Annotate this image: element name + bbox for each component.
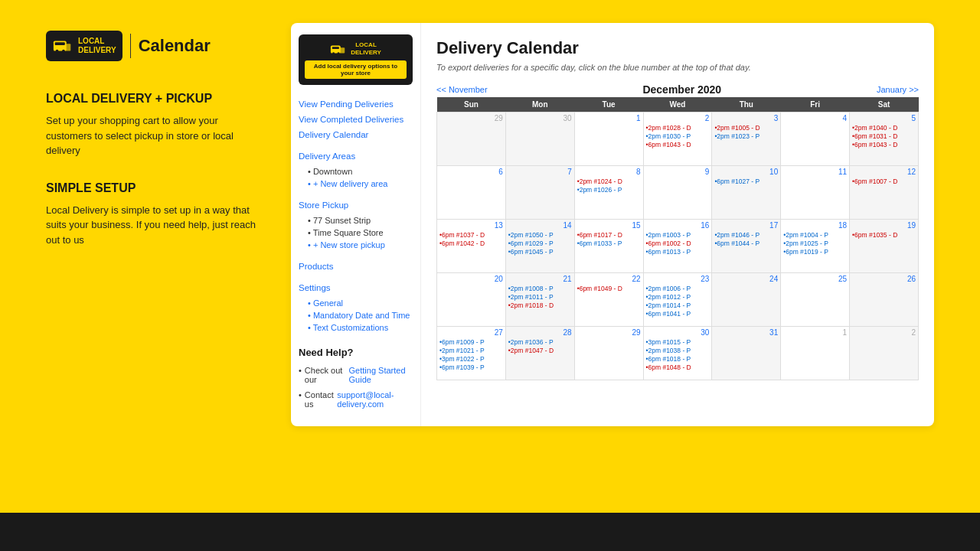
day-num[interactable]: 5 [852, 114, 916, 122]
day-nov30: 30 [505, 112, 574, 166]
logo-box: LOCALDELIVERY [46, 31, 122, 61]
day-num[interactable]: 24 [714, 275, 778, 283]
logo-icon [52, 35, 74, 57]
day-num[interactable]: 3 [714, 114, 778, 122]
section2-body: Local Delivery is simple to set up in a … [46, 203, 260, 248]
day-num[interactable]: 11 [783, 168, 847, 176]
settings-submenu: • General • Mandatory Date and Time • Te… [299, 297, 413, 334]
day-num[interactable]: 28 [508, 328, 572, 337]
day-num[interactable]: 29 [439, 114, 503, 122]
day-num[interactable]: 7 [508, 168, 572, 176]
day-dec8: 8 •2pm #1024 - D •2pm #1026 - P [574, 166, 643, 220]
need-help-title: Need Help? [291, 335, 420, 366]
support-email-link[interactable]: support@local-delivery.com [337, 390, 413, 409]
day-jan1: 1 [781, 327, 850, 380]
day-num[interactable]: 30 [646, 328, 710, 337]
day-num[interactable]: 10 [714, 168, 778, 176]
day-dec6: 6 [437, 166, 506, 220]
nav-store-pickup[interactable]: Store Pickup [299, 197, 413, 213]
col-mon: Mon [505, 97, 574, 112]
cal-event: •6pm #1027 - P [714, 178, 778, 185]
left-panel: LOCALDELIVERY Calendar LOCAL DELIVERY + … [46, 23, 260, 426]
cal-event: •6pm #1049 - D [577, 285, 641, 292]
day-num[interactable]: 26 [852, 275, 916, 283]
section2-title: SIMPLE SETUP [46, 181, 260, 195]
day-num[interactable]: 29 [577, 328, 641, 337]
svg-point-7 [332, 52, 335, 54]
day-num[interactable]: 1 [577, 114, 641, 122]
day-dec13: 13 •6pm #1037 - D •6pm #1042 - D [437, 220, 506, 273]
cal-event: •6pm #1037 - D [439, 231, 503, 239]
nav-products[interactable]: Products [299, 259, 413, 274]
nav-delivery-calendar[interactable]: Delivery Calendar [299, 127, 413, 142]
sidebar-add-btn[interactable]: Add local delivery options to your store [305, 60, 407, 79]
settings-general[interactable]: • General [308, 297, 413, 309]
day-num[interactable]: 20 [439, 275, 503, 283]
day-dec21: 21 •2pm #1008 - P •2pm #1011 - P •2pm #1… [505, 273, 574, 327]
day-num[interactable]: 17 [714, 221, 778, 230]
day-num[interactable]: 2 [646, 114, 710, 122]
day-num[interactable]: 21 [508, 275, 572, 283]
getting-started-link[interactable]: Getting Started Guide [349, 366, 413, 384]
day-dec15: 15 •6pm #1017 - D •6pm #1033 - P [574, 220, 643, 273]
day-num[interactable]: 25 [783, 275, 847, 283]
day-num[interactable]: 14 [508, 221, 572, 230]
day-dec5: 5 •2pm #1040 - D •6pm #1031 - D •6pm #10… [850, 112, 919, 166]
cal-event: •6pm #1035 - D [852, 231, 916, 239]
day-num[interactable]: 18 [783, 221, 847, 230]
svg-rect-6 [332, 47, 339, 49]
day-num[interactable]: 19 [852, 221, 916, 230]
svg-rect-5 [331, 45, 341, 53]
svg-rect-1 [55, 42, 65, 45]
calendar-panel: Delivery Calendar To export deliveries f… [421, 23, 934, 426]
day-dec30: 30 •3pm #1015 - P •2pm #1038 - P •6pm #1… [643, 327, 712, 380]
nav-settings[interactable]: Settings [299, 280, 413, 295]
table-row: 27 •6pm #1009 - P •2pm #1021 - P •3pm #1… [437, 327, 919, 380]
area-downtown: • Downtown [308, 165, 413, 178]
day-dec10: 10 •6pm #1027 - P [712, 166, 781, 220]
day-num[interactable]: 16 [646, 221, 710, 230]
calendar-nav: << November December 2020 January >> [436, 83, 919, 96]
cal-event: •6pm #1043 - D [646, 141, 710, 148]
svg-rect-4 [65, 44, 70, 51]
day-dec12: 12 •6pm #1007 - D [850, 166, 919, 220]
day-dec18: 18 •2pm #1004 - P •2pm #1025 - P •6pm #1… [781, 220, 850, 273]
day-num[interactable]: 2 [852, 328, 916, 337]
day-num[interactable]: 23 [646, 275, 710, 283]
area-new[interactable]: • + New delivery area [308, 178, 413, 190]
nav-delivery-areas[interactable]: Delivery Areas [299, 148, 413, 164]
day-num[interactable]: 22 [577, 275, 641, 283]
store-new[interactable]: • + New store pickup [308, 239, 413, 251]
cal-event: •6pm #1007 - D [852, 178, 916, 185]
settings-text[interactable]: • Text Customizations [308, 321, 413, 334]
day-num[interactable]: 31 [714, 328, 778, 337]
next-month-link[interactable]: January >> [877, 85, 919, 94]
left-section-2: SIMPLE SETUP Local Delivery is simple to… [46, 181, 260, 248]
day-num[interactable]: 27 [439, 328, 503, 337]
table-row: 29 30 1 2 •2pm #1028 - D •2pm #1030 - P [437, 112, 919, 166]
day-dec19: 19 •6pm #1035 - D [850, 220, 919, 273]
day-num[interactable]: 30 [508, 114, 572, 122]
day-dec22: 22 •6pm #1049 - D [574, 273, 643, 327]
cal-event: •6pm #1048 - D [646, 364, 710, 371]
cal-event: •6pm #1029 - P [508, 240, 572, 247]
day-num[interactable]: 13 [439, 221, 503, 230]
day-num[interactable]: 8 [577, 168, 641, 176]
nav-view-completed[interactable]: View Completed Deliveries [299, 112, 413, 127]
svg-point-2 [56, 50, 59, 53]
day-num[interactable]: 15 [577, 221, 641, 230]
day-num[interactable]: 1 [783, 328, 847, 337]
col-wed: Wed [643, 97, 712, 112]
day-num[interactable]: 4 [783, 114, 847, 122]
nav-view-pending[interactable]: View Pending Deliveries [299, 96, 413, 112]
day-num[interactable]: 6 [439, 168, 503, 176]
col-tue: Tue [574, 97, 643, 112]
day-dec23: 23 •2pm #1006 - P •2pm #1012 - P •2pm #1… [643, 273, 712, 327]
day-num[interactable]: 12 [852, 168, 916, 176]
prev-month-link[interactable]: << November [436, 85, 488, 94]
cal-event: •6pm #1018 - P [646, 355, 710, 363]
day-dec17: 17 •2pm #1046 - P •6pm #1044 - P [712, 220, 781, 273]
settings-mandatory-date[interactable]: • Mandatory Date and Time [308, 309, 413, 321]
day-num[interactable]: 9 [646, 168, 710, 176]
cal-event: •2pm #1026 - P [577, 186, 641, 194]
